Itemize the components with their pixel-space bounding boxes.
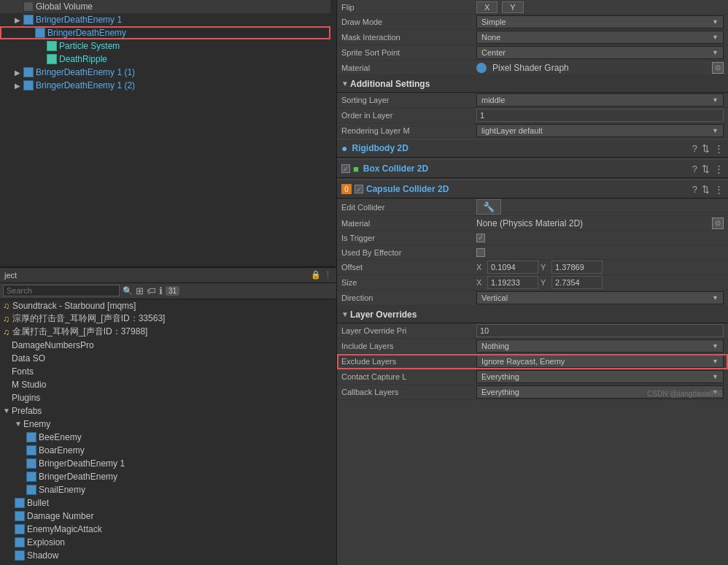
direction-dropdown[interactable]: Vertical ▼ [476,291,724,304]
layer-override-priority-input[interactable] [476,324,724,337]
project-item-enemy-magic[interactable]: EnemyMagicAttack [0,523,336,536]
hierarchy-item-bde1-2[interactable]: ▶ BringerDeathEnemy 1 (2) [0,79,330,92]
cube-icon [23,80,34,91]
rigidbody2d-header[interactable]: ● Rigidbody 2D ? ⇅ ⋮ [337,139,728,158]
project-item-boar-enemy[interactable]: BoarEnemy [0,444,336,457]
hierarchy-item-bde1[interactable]: ▶ BringerDeathEnemy 1 [0,13,330,26]
offset-x-input[interactable] [487,261,538,274]
is-trigger-row: Is Trigger [337,231,728,245]
direction-row: Direction Vertical ▼ [337,291,728,306]
size-y-input[interactable] [551,276,603,289]
lock-icon[interactable]: 🔒 [311,270,321,280]
flip-label: Flip [341,3,476,12]
flip-x-button[interactable]: X [476,1,497,13]
y-label: Y [541,278,549,287]
box-collider2d-header[interactable]: ■ Box Collider 2D ? ⇅ ⋮ [337,159,728,178]
offset-y-input[interactable] [551,261,603,274]
draw-mode-option: Simple [481,18,506,26]
project-item-resources[interactable]: Resources [0,562,336,566]
menu-icon[interactable]: ⋮ [324,270,332,280]
mask-interaction-row: Mask Interaction None ▼ [337,30,728,45]
layer-overrides-header[interactable]: ▼ Layer Overrides [337,306,728,323]
project-item-explosion[interactable]: Explosion [0,536,336,549]
rendering-layer-row: Rendering Layer M lightLayer default ▼ [337,123,728,139]
project-item-m-studio[interactable]: M Studio [0,378,336,391]
scrollbar[interactable] [330,0,336,266]
project-item-snail-enemy[interactable]: SnailEnemy [0,483,336,496]
settings-icon[interactable]: ⇅ [702,184,710,195]
mask-interaction-label: Mask Interaction [341,33,476,42]
project-item-bee-enemy[interactable]: BeeEnemy [0,431,336,444]
project-item-bde1-prefab[interactable]: BringerDeathEnemy 1 [0,457,336,470]
flip-y-button[interactable]: Y [502,1,523,13]
arrow-icon: ▶ [15,82,22,90]
context-menu-icon[interactable]: ⋮ [714,164,724,174]
order-in-layer-input[interactable] [476,109,724,122]
chevron-down-icon: ▼ [712,294,719,301]
settings-icon[interactable]: ⇅ [702,143,710,154]
project-item-bde-prefab[interactable]: BringerDeathEnemy [0,470,336,483]
is-trigger-checkbox[interactable] [476,234,485,242]
project-item-soundtrack[interactable]: ♫ Soundtrack - Starbound [mqms] [0,299,336,312]
chevron-down-icon: ▼ [712,127,719,134]
include-layers-dropdown[interactable]: Nothing ▼ [476,339,724,353]
edit-collider-button[interactable]: 🔧 [476,199,501,215]
mask-interaction-value: None ▼ [476,31,724,44]
help-icon[interactable]: ? [692,184,697,195]
hierarchy-item-bde[interactable]: BringerDeathEnemy [0,26,330,39]
project-item-prefabs[interactable]: ▼ Prefabs [0,404,336,418]
project-item-data-so[interactable]: Data SO [0,352,336,365]
settings-icon[interactable]: ⇅ [702,164,710,174]
chevron-down-icon: ▼ [712,18,719,26]
project-item-enemy-folder[interactable]: ▼ Enemy [0,418,336,431]
box-collider2d-icons: ? ⇅ ⋮ [692,164,724,174]
rendering-layer-label: Rendering Layer M [341,126,476,135]
mask-interaction-dropdown[interactable]: None ▼ [476,31,724,44]
project-item-damagenumberspro[interactable]: DamageNumbersPro [0,339,336,352]
contact-capture-dropdown[interactable]: Everything ▼ [476,370,724,383]
hierarchy-item-particle[interactable]: Particle System [0,39,330,53]
sprite-sort-point-dropdown[interactable]: Center ▼ [476,46,724,59]
is-trigger-value [476,234,724,242]
hierarchy-tree: Global Volume ▶ BringerDeathEnemy 1 Brin… [0,0,336,267]
project-item-sound2[interactable]: ♫ 金属打击_耳聆网_[声音ID：37988] [0,326,336,339]
project-item-label: Fonts [12,366,34,377]
context-menu-icon[interactable]: ⋮ [714,184,724,195]
material-name: Pixel Shader Graph [492,63,706,73]
cube-icon [15,524,25,534]
project-title: ject [4,271,311,280]
exclude-layers-dropdown[interactable]: Ignore Raycast, Enemy ▼ [476,355,724,368]
tag-icon[interactable]: 🏷 [147,285,156,296]
hierarchy-item-death-ripple[interactable]: DeathRipple [0,53,330,66]
project-item-damage-number[interactable]: Damage Number [0,510,336,523]
project-item-shadow[interactable]: Shadow [0,549,336,562]
hierarchy-item-global-volume[interactable]: Global Volume [0,0,330,13]
size-x-input[interactable] [487,276,538,289]
target-icon[interactable]: ⊙ [712,218,724,229]
layer-override-priority-row: Layer Override Pri [337,323,728,339]
capsule-collider2d-checkbox[interactable] [355,185,363,193]
context-menu-icon[interactable]: ⋮ [714,143,724,154]
capsule-collider2d-header[interactable]: 0 Capsule Collider 2D ? ⇅ ⋮ [337,180,728,199]
help-icon[interactable]: ? [692,143,697,154]
help-icon[interactable]: ? [692,164,697,174]
used-by-effector-checkbox[interactable] [476,248,485,257]
hierarchy-item-bde1-1[interactable]: ▶ BringerDeathEnemy 1 (1) [0,66,330,79]
target-icon[interactable]: ⊙ [712,62,724,74]
material-row: Material Pixel Shader Graph ⊙ [337,61,728,75]
box-collider2d-checkbox[interactable] [341,164,350,173]
sorting-layer-dropdown[interactable]: middle ▼ [476,93,724,107]
rendering-layer-dropdown[interactable]: lightLayer default ▼ [476,124,724,137]
draw-mode-dropdown[interactable]: Simple ▼ [476,15,724,28]
used-by-effector-value [476,248,724,257]
info-icon[interactable]: ℹ [159,285,163,296]
project-item-bullet[interactable]: Bullet [0,496,336,510]
project-item-sound1[interactable]: ♫ 淙厚的打击音_耳聆网_[声音ID：33563] [0,312,336,326]
search-input[interactable] [3,285,120,296]
project-item-fonts[interactable]: Fonts [0,365,336,378]
hierarchy-item-label: BringerDeathEnemy 1 (1) [36,67,135,77]
additional-settings-header[interactable]: ▼ Additional Settings [337,75,728,93]
cube-icon [15,498,25,508]
project-item-plugins[interactable]: Plugins [0,391,336,404]
filter-icon[interactable]: ⊞ [136,285,144,296]
